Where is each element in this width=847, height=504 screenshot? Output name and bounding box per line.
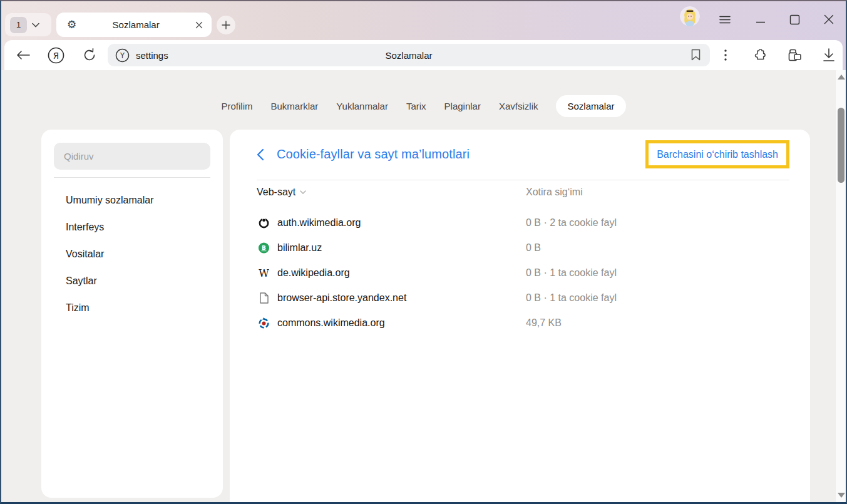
profile-avatar[interactable] (680, 6, 700, 26)
cookies-panel: Cookie-fayllar va sayt ma’lumotlari Barc… (230, 130, 810, 502)
column-site-label: Veb-sayt (257, 187, 295, 198)
sidebar-items: Umumiy sozlamalar Interfeys Vositalar Sa… (41, 187, 223, 321)
clear-all-button[interactable]: Barchasini oʻchirib tashlash (645, 140, 789, 168)
browser-toolbar: Я Y settings Sozlamalar (4, 40, 843, 70)
settings-nav-tabs: Profilim Bukmarklar Yuklanmalar Tarix Pl… (1, 95, 846, 118)
tab-counter[interactable]: 1 (5, 13, 51, 36)
window-minimize-button[interactable] (750, 9, 771, 29)
active-browser-tab[interactable]: ⚙ Sozlamalar (56, 13, 212, 37)
sort-chevron-icon (300, 190, 306, 194)
commons-icon (258, 317, 270, 329)
bookmark-icon[interactable] (690, 48, 701, 61)
document-icon (258, 292, 270, 304)
tab-count-badge[interactable]: 1 (10, 17, 27, 33)
table-row[interactable]: commons.wikimedia.org 49,7 KB (230, 311, 810, 336)
site-size: 0 B · 1 ta cookie fayl (526, 267, 617, 279)
tab-list-chevron-icon[interactable] (32, 23, 39, 28)
site-name: de.wikipedia.org (277, 267, 350, 279)
panel-header: Cookie-fayllar va sayt ma’lumotlari Barc… (257, 140, 789, 168)
sidebar-item-vositalar[interactable]: Vositalar (41, 240, 223, 267)
table-top-divider (257, 180, 789, 180)
sidebar-item-tizim[interactable]: Tizim (41, 294, 223, 321)
table-row[interactable]: B bilimlar.uz 0 B (230, 235, 810, 260)
passwords-key-icon[interactable] (781, 40, 808, 70)
yandex-logo-icon[interactable]: Я (42, 40, 69, 70)
more-options-button[interactable] (712, 40, 739, 70)
address-bar[interactable]: Y settings Sozlamalar (108, 44, 710, 66)
svg-text:B: B (262, 245, 266, 251)
downloads-icon[interactable] (815, 40, 843, 70)
tab-title: Sozlamalar (76, 19, 195, 30)
tab-sozlamalar[interactable]: Sozlamalar (556, 95, 625, 117)
scrollbar-thumb[interactable] (838, 108, 844, 183)
wikipedia-icon: W (258, 267, 270, 279)
tab-close-icon[interactable] (195, 21, 203, 29)
page-title-in-bar: Sozlamalar (385, 50, 432, 61)
scroll-down-icon[interactable] (836, 491, 846, 500)
sidebar-item-interfeys[interactable]: Interfeys (41, 213, 223, 240)
extensions-puzzle-icon[interactable] (746, 40, 774, 70)
site-size: 49,7 KB (526, 317, 562, 329)
bilimlar-icon: B (258, 242, 270, 254)
window-maximize-button[interactable] (784, 9, 805, 29)
site-name: commons.wikimedia.org (277, 317, 385, 329)
tab-xavfsizlik[interactable]: Xavfsizlik (499, 95, 538, 117)
new-tab-button[interactable] (217, 16, 235, 34)
yandex-search-icon: Y (115, 48, 130, 63)
settings-gear-icon: ⚙ (67, 19, 76, 30)
sidebar-divider (54, 177, 210, 178)
column-size-label: Xotira sigʻimi (526, 182, 583, 202)
tab-tarix[interactable]: Tarix (406, 95, 426, 117)
column-site-sort[interactable]: Veb-sayt (257, 182, 306, 202)
settings-page: Profilim Bukmarklar Yuklanmalar Tarix Pl… (1, 70, 846, 502)
table-row[interactable]: auth.wikimedia.org 0 B · 2 ta cookie fay… (230, 210, 810, 235)
search-input[interactable] (54, 143, 210, 170)
browser-menu-button[interactable] (714, 9, 736, 29)
window-close-button[interactable] (818, 9, 839, 29)
table-row[interactable]: W de.wikipedia.org 0 B · 1 ta cookie fay… (230, 260, 810, 285)
svg-text:Y: Y (120, 51, 125, 60)
table-row[interactable]: browser-api.store.yandex.net 0 B · 1 ta … (230, 285, 810, 311)
tab-profilim[interactable]: Profilim (221, 95, 252, 117)
sidebar-item-umumiy-sozlamalar[interactable]: Umumiy sozlamalar (41, 187, 223, 213)
settings-sidebar: Umumiy sozlamalar Interfeys Vositalar Sa… (41, 130, 223, 498)
site-size: 0 B · 2 ta cookie fayl (526, 217, 617, 229)
site-name: browser-api.store.yandex.net (277, 292, 406, 304)
site-size: 0 B (526, 242, 541, 254)
table-header: Veb-sayt Xotira sigʻimi (230, 182, 810, 202)
site-size: 0 B · 1 ta cookie fayl (526, 292, 617, 304)
svg-text:Я: Я (53, 50, 58, 60)
back-chevron-icon[interactable] (257, 148, 264, 161)
sidebar-item-saytlar[interactable]: Saytlar (41, 267, 223, 294)
site-name: bilimlar.uz (277, 242, 322, 254)
wikimedia-icon (258, 217, 270, 229)
url-text[interactable]: settings (136, 50, 168, 61)
browser-window: 1 ⚙ Sozlamalar (0, 0, 847, 504)
scroll-up-icon[interactable] (836, 73, 846, 81)
tab-plaginlar[interactable]: Plaginlar (444, 95, 481, 117)
tab-yuklanmalar[interactable]: Yuklanmalar (336, 95, 388, 117)
reload-button[interactable] (76, 40, 103, 70)
page-scrollbar[interactable] (835, 70, 846, 502)
site-rows: auth.wikimedia.org 0 B · 2 ta cookie fay… (230, 210, 810, 336)
site-name: auth.wikimedia.org (277, 217, 361, 229)
page-title: Cookie-fayllar va sayt ma’lumotlari (277, 147, 470, 162)
back-button[interactable] (9, 40, 37, 70)
tab-bukmarklar[interactable]: Bukmarklar (271, 95, 319, 117)
